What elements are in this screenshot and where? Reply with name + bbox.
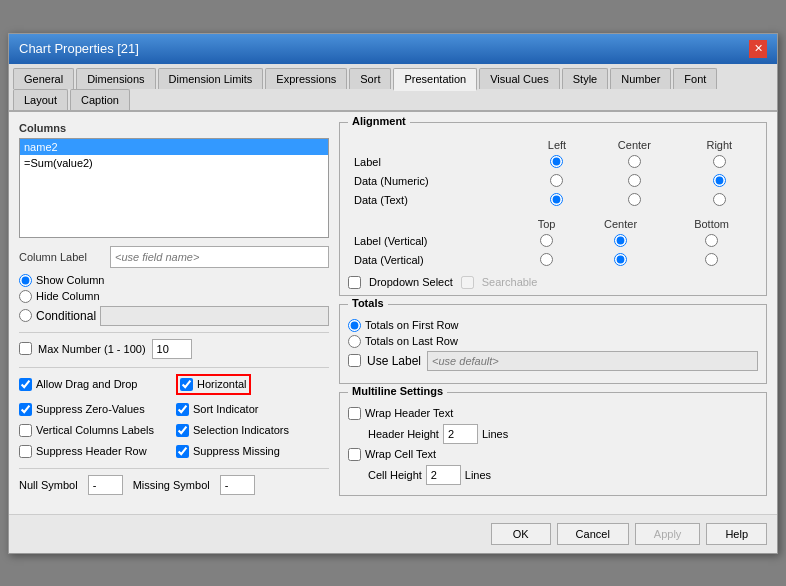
- table-row-data-vertical: Data (Vertical): [348, 251, 758, 270]
- numeric-left-radio[interactable]: [550, 174, 563, 187]
- show-column-radio[interactable]: [19, 274, 32, 287]
- use-label-checkbox[interactable]: [348, 354, 361, 367]
- tab-sort[interactable]: Sort: [349, 68, 391, 89]
- tab-general[interactable]: General: [13, 68, 74, 89]
- tab-dimension-limits[interactable]: Dimension Limits: [158, 68, 264, 89]
- use-label-input[interactable]: [427, 351, 758, 371]
- tab-number[interactable]: Number: [610, 68, 671, 89]
- table-row-label-vertical: Label (Vertical): [348, 232, 758, 251]
- dropdown-select-checkbox[interactable]: [348, 276, 361, 289]
- table-row-data-numeric: Data (Numeric): [348, 172, 758, 191]
- cancel-button[interactable]: Cancel: [557, 523, 629, 545]
- totals-last-row: Totals on Last Row: [348, 335, 758, 348]
- column-item-sum[interactable]: =Sum(value2): [20, 155, 328, 171]
- bottom-buttons: OK Cancel Apply Help: [9, 514, 777, 553]
- conditional-radio[interactable]: [19, 309, 32, 322]
- label-center-radio[interactable]: [628, 155, 641, 168]
- wrap-cell-row: Wrap Cell Text: [348, 448, 758, 461]
- wrap-cell-checkbox[interactable]: [348, 448, 361, 461]
- data-v-top-radio[interactable]: [540, 253, 553, 266]
- suppress-missing-label: Suppress Missing: [193, 445, 280, 457]
- suppress-missing-checkbox[interactable]: [176, 445, 189, 458]
- column-item-name2[interactable]: name2: [20, 139, 328, 155]
- sort-indicator-checkbox[interactable]: [176, 403, 189, 416]
- col-left-header: Left: [526, 137, 588, 153]
- tab-visual-cues[interactable]: Visual Cues: [479, 68, 560, 89]
- label-left-radio[interactable]: [550, 155, 563, 168]
- data-v-center-radio[interactable]: [614, 253, 627, 266]
- lines-label-2: Lines: [465, 469, 491, 481]
- apply-button[interactable]: Apply: [635, 523, 701, 545]
- sort-indicator-label: Sort Indicator: [193, 403, 258, 415]
- dropdown-select-label: Dropdown Select: [369, 276, 453, 288]
- allow-drag-label: Allow Drag and Drop: [36, 378, 138, 390]
- max-number-input[interactable]: [152, 339, 192, 359]
- suppress-zero-label: Suppress Zero-Values: [36, 403, 145, 415]
- help-button[interactable]: Help: [706, 523, 767, 545]
- header-height-input[interactable]: [443, 424, 478, 444]
- lines-label-1: Lines: [482, 428, 508, 440]
- horizontal-highlight: Horizontal: [176, 374, 251, 395]
- suppress-header-row: Suppress Header Row: [19, 445, 172, 458]
- numeric-center-radio[interactable]: [628, 174, 641, 187]
- totals-title: Totals: [348, 297, 388, 309]
- numeric-right-radio[interactable]: [713, 174, 726, 187]
- cell-height-row: Cell Height Lines: [348, 465, 758, 485]
- dropdown-row: Dropdown Select Searchable: [348, 276, 758, 289]
- wrap-header-label: Wrap Header Text: [365, 407, 453, 419]
- label-v-top-radio[interactable]: [540, 234, 553, 247]
- multiline-group: Multiline Settings Wrap Header Text Head…: [339, 392, 767, 496]
- totals-first-row: Totals on First Row: [348, 319, 758, 332]
- row-data-text-text: Data (Text): [348, 191, 526, 210]
- tab-dimensions[interactable]: Dimensions: [76, 68, 155, 89]
- allow-drag-checkbox[interactable]: [19, 378, 32, 391]
- tab-font[interactable]: Font: [673, 68, 717, 89]
- conditional-input[interactable]: [100, 306, 329, 326]
- suppress-missing-row: Suppress Missing: [176, 445, 329, 458]
- text-center-radio[interactable]: [628, 193, 641, 206]
- suppress-header-checkbox[interactable]: [19, 445, 32, 458]
- horizontal-row: Horizontal: [176, 374, 329, 395]
- text-right-radio[interactable]: [713, 193, 726, 206]
- columns-label: Columns: [19, 122, 329, 134]
- tab-presentation[interactable]: Presentation: [393, 68, 477, 91]
- close-button[interactable]: ✕: [749, 40, 767, 58]
- tab-caption[interactable]: Caption: [70, 89, 130, 110]
- text-left-radio[interactable]: [550, 193, 563, 206]
- left-panel: Columns name2 =Sum(value2) Column Label …: [19, 122, 329, 504]
- chart-properties-dialog: Chart Properties [21] ✕ General Dimensio…: [8, 33, 778, 554]
- use-label-row: Use Label: [348, 351, 758, 371]
- max-number-checkbox[interactable]: [19, 342, 32, 355]
- tab-expressions[interactable]: Expressions: [265, 68, 347, 89]
- label-right-radio[interactable]: [713, 155, 726, 168]
- multiline-title: Multiline Settings: [348, 385, 447, 397]
- conditional-label: Conditional: [36, 309, 96, 323]
- selection-indicators-label: Selection Indicators: [193, 424, 289, 436]
- hide-column-radio[interactable]: [19, 290, 32, 303]
- column-label-input[interactable]: [110, 246, 329, 268]
- searchable-checkbox[interactable]: [461, 276, 474, 289]
- totals-last-radio[interactable]: [348, 335, 361, 348]
- ok-button[interactable]: OK: [491, 523, 551, 545]
- suppress-header-label: Suppress Header Row: [36, 445, 147, 457]
- title-bar: Chart Properties [21] ✕: [9, 34, 777, 64]
- vertical-col-checkbox[interactable]: [19, 424, 32, 437]
- null-symbol-label: Null Symbol: [19, 479, 78, 491]
- wrap-header-checkbox[interactable]: [348, 407, 361, 420]
- horizontal-checkbox[interactable]: [180, 378, 193, 391]
- totals-first-radio[interactable]: [348, 319, 361, 332]
- col-center2-header: Center: [576, 216, 665, 232]
- label-v-bottom-radio[interactable]: [705, 234, 718, 247]
- alignment-table: Left Center Right Label D: [348, 137, 758, 210]
- data-v-bottom-radio[interactable]: [705, 253, 718, 266]
- label-v-center-radio[interactable]: [614, 234, 627, 247]
- tab-style[interactable]: Style: [562, 68, 608, 89]
- selection-indicators-checkbox[interactable]: [176, 424, 189, 437]
- tab-layout[interactable]: Layout: [13, 89, 68, 110]
- hide-column-label: Hide Column: [36, 290, 100, 302]
- missing-symbol-input[interactable]: [220, 475, 255, 495]
- cell-height-input[interactable]: [426, 465, 461, 485]
- col-top-header: Top: [517, 216, 576, 232]
- null-symbol-input[interactable]: [88, 475, 123, 495]
- suppress-zero-checkbox[interactable]: [19, 403, 32, 416]
